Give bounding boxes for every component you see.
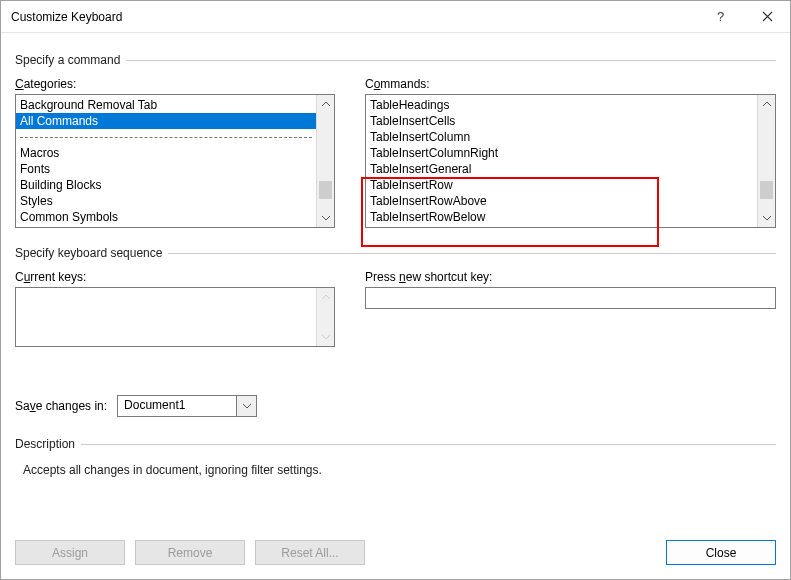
scrollbar[interactable] [316,288,334,346]
reset-all-button: Reset All... [255,540,365,565]
commands-listbox[interactable]: TableHeadingsTableInsertCellsTableInsert… [365,94,776,228]
divider [81,444,776,445]
list-item[interactable]: Building Blocks [16,177,316,193]
list-item[interactable]: TableInsertCells [366,113,757,129]
categories-listbox[interactable]: Background Removal TabAll CommandsMacros… [15,94,335,228]
scroll-up-icon[interactable] [758,95,775,113]
list-item[interactable]: Styles [16,193,316,209]
scroll-up-icon[interactable] [317,288,334,306]
categories-label: Categories: [15,77,335,91]
scroll-thumb[interactable] [760,181,773,199]
help-button[interactable]: ? [700,1,745,33]
section-description: Description [15,437,776,451]
title-bar: Customize Keyboard ? [1,1,790,33]
divider [168,253,776,254]
description-text: Accepts all changes in document, ignorin… [23,463,776,477]
close-icon[interactable] [745,1,790,33]
scroll-down-icon[interactable] [317,328,334,346]
list-item[interactable]: TableHeadings [366,97,757,113]
list-item[interactable]: TableInsertColumn [366,129,757,145]
list-item[interactable]: TableInsertRow [366,177,757,193]
list-item[interactable]: TableInsertColumnRight [366,145,757,161]
scrollbar[interactable] [316,95,334,227]
save-changes-combo[interactable]: Document1 [117,395,257,417]
assign-button: Assign [15,540,125,565]
list-separator [16,129,316,145]
scroll-down-icon[interactable] [758,209,775,227]
scroll-thumb[interactable] [319,181,332,199]
save-changes-value: Document1 [118,396,236,416]
chevron-down-icon[interactable] [236,396,256,416]
scrollbar[interactable] [757,95,775,227]
scroll-track [317,306,334,328]
section-specify-sequence: Specify keyboard sequence [15,246,776,260]
divider [126,60,776,61]
list-item[interactable]: TableInsertRowAbove [366,193,757,209]
save-changes-label: Save changes in: [15,399,107,413]
current-keys-label: Current keys: [15,270,335,284]
close-button[interactable]: Close [666,540,776,565]
section-label: Description [15,437,75,451]
scroll-up-icon[interactable] [317,95,334,113]
list-item[interactable]: Macros [16,145,316,161]
scroll-down-icon[interactable] [317,209,334,227]
press-new-label: Press new shortcut key: [365,270,776,284]
svg-text:?: ? [717,10,724,24]
section-label: Specify keyboard sequence [15,246,162,260]
list-item[interactable]: TableInsertRowBelow [366,209,757,225]
scroll-track[interactable] [758,113,775,209]
section-label: Specify a command [15,53,120,67]
list-item[interactable]: Fonts [16,161,316,177]
list-item[interactable]: All Commands [16,113,316,129]
dialog-title: Customize Keyboard [11,10,700,24]
scroll-track[interactable] [317,113,334,209]
section-specify-command: Specify a command [15,53,776,67]
current-keys-listbox[interactable] [15,287,335,347]
remove-button: Remove [135,540,245,565]
list-item[interactable]: TableInsertGeneral [366,161,757,177]
list-item[interactable]: Common Symbols [16,209,316,225]
new-shortcut-input[interactable] [365,287,776,309]
list-item[interactable]: Background Removal Tab [16,97,316,113]
commands-label: Commands: [365,77,776,91]
